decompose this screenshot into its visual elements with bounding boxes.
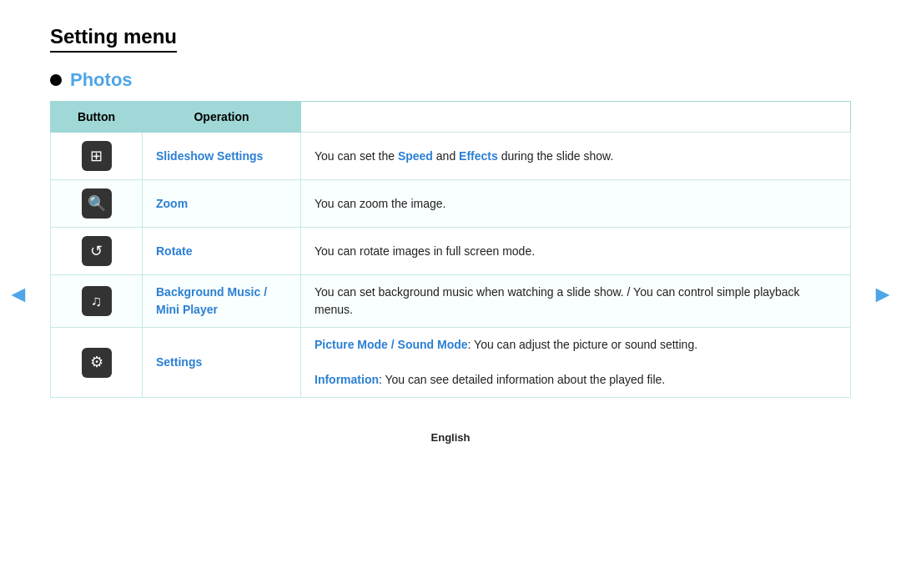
settings-icon: ⚙ [82,348,112,378]
description-cell-0: You can set the Speed and Effects during… [301,133,851,180]
footer-language: English [431,431,471,444]
footer: English [50,431,851,444]
slideshow-icon: ⊞ [82,141,112,171]
feature-label-2: Rotate [156,244,193,258]
inline-link: Information [315,373,379,386]
feature-cell-0: Slideshow Settings [143,133,301,180]
table-row: ↺RotateYou can rotate images in full scr… [51,228,851,275]
feature-cell-3: Background Music / Mini Player [143,275,301,328]
section-bullet [50,74,62,86]
table-row: ⚙SettingsPicture Mode / Sound Mode: You … [51,328,851,398]
icon-cell-1: 🔍 [51,180,143,228]
feature-cell-1: Zoom [143,180,301,228]
col-operation-header: Operation [143,102,301,133]
description-cell-1: You can zoom the image. [301,180,851,228]
zoom-icon: 🔍 [82,188,112,219]
feature-label-1: Zoom [156,197,188,210]
table-row: 🔍ZoomYou can zoom the image. [51,180,851,228]
description-cell-2: You can rotate images in full screen mod… [301,228,851,275]
feature-cell-2: Rotate [143,228,301,275]
inline-link: Picture Mode / Sound Mode [315,338,468,351]
page-content: Setting menu Photos Button Operation ⊞Sl… [0,0,901,460]
nav-left-arrow[interactable]: ◄ [7,281,30,308]
feature-label-3: Background Music / Mini Player [156,285,267,316]
icon-cell-4: ⚙ [51,328,143,398]
table-row: ♫Background Music / Mini PlayerYou can s… [51,275,851,328]
inline-link: Effects [459,149,498,163]
feature-label-0: Slideshow Settings [156,149,263,163]
inline-link: Speed [398,149,433,163]
section-title: Photos [70,69,133,91]
icon-cell-3: ♫ [51,275,143,328]
icon-cell-2: ↺ [51,228,143,275]
nav-right-arrow[interactable]: ► [871,281,894,308]
rotate-icon: ↺ [82,236,112,266]
description-cell-3: You can set background music when watchi… [301,275,851,328]
page-title: Setting menu [50,25,177,53]
section-header: Photos [50,69,851,91]
table-row: ⊞Slideshow SettingsYou can set the Speed… [51,133,851,180]
feature-label-4: Settings [156,355,202,369]
table-header-row: Button Operation [51,102,851,133]
music-icon: ♫ [82,286,112,316]
settings-table: Button Operation ⊞Slideshow SettingsYou … [50,101,851,398]
col-button-header: Button [51,102,143,133]
description-cell-4: Picture Mode / Sound Mode: You can adjus… [301,328,851,398]
feature-cell-4: Settings [143,328,301,398]
icon-cell-0: ⊞ [51,133,143,180]
